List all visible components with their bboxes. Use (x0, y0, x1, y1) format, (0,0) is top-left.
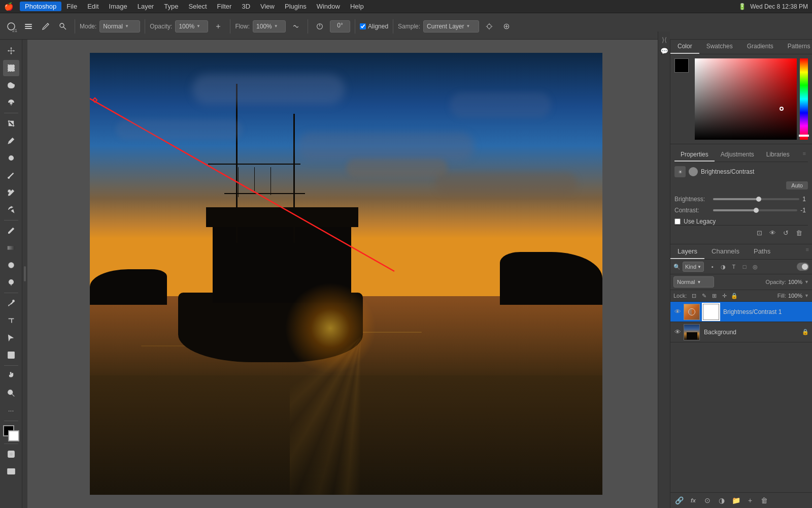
opacity-options-btn[interactable] (211, 19, 225, 34)
tab-adjustments[interactable]: Adjustments (715, 148, 760, 162)
heal-tool[interactable] (3, 150, 19, 166)
layer-eye-brightness[interactable]: 👁 (673, 308, 682, 316)
menu-filter[interactable]: Filter (212, 2, 237, 11)
lock-transparent-icon[interactable]: ⊡ (690, 292, 698, 300)
tool-clone-btn[interactable] (56, 19, 70, 34)
marquee-tool[interactable] (3, 60, 19, 76)
color-swatches[interactable] (3, 425, 19, 441)
history-brush-tool[interactable] (3, 202, 19, 218)
lock-paint-icon[interactable]: ✎ (700, 292, 708, 300)
tool-move-btn[interactable]: 21 (4, 19, 18, 34)
layers-adj-icon[interactable]: ◑ (716, 495, 727, 506)
layer-item-background[interactable]: 👁 Background 🔒 (670, 322, 812, 342)
layers-mask-icon[interactable]: ⊙ (702, 495, 713, 506)
layers-add-icon[interactable]: + (745, 495, 756, 506)
angle-input[interactable]: 0° (330, 20, 350, 33)
screen-mode-btn[interactable] (3, 463, 19, 480)
mode-dropdown[interactable]: Normal ▼ (99, 20, 140, 33)
prop-delete-icon[interactable]: 🗑 (794, 228, 804, 238)
menu-image[interactable]: Image (104, 2, 132, 11)
layers-panel-menu[interactable]: ≡ (803, 244, 812, 259)
tool-brush-btn[interactable] (39, 19, 53, 34)
path-select-tool[interactable] (3, 330, 19, 346)
extra-btn[interactable] (499, 19, 514, 34)
menu-3d[interactable]: 3D (236, 2, 255, 11)
flow-options-btn[interactable] (289, 19, 303, 34)
menu-layer[interactable]: Layer (132, 2, 159, 11)
layers-fx-icon[interactable]: fx (688, 495, 699, 506)
prop-clip-icon[interactable]: ⊡ (754, 228, 764, 238)
brightness-slider[interactable] (713, 198, 799, 200)
move-tool[interactable] (3, 43, 19, 59)
flow-dropdown[interactable]: 100% ▼ (253, 20, 286, 33)
auto-button[interactable]: Auto (786, 181, 808, 189)
brush-tool[interactable] (3, 167, 19, 183)
menu-window[interactable]: Window (312, 2, 345, 11)
menu-help[interactable]: Help (345, 2, 369, 11)
lock-all-icon[interactable]: 🔒 (730, 292, 738, 300)
menu-file[interactable]: File (61, 2, 82, 11)
tab-paths[interactable]: Paths (747, 244, 777, 259)
quick-select-tool[interactable] (3, 94, 19, 111)
sample-options-btn[interactable] (482, 19, 496, 34)
tab-color[interactable]: Color (670, 40, 699, 54)
layers-link-icon[interactable]: 🔗 (673, 495, 685, 506)
clone-stamp-tool[interactable] (3, 184, 19, 201)
properties-panel-menu[interactable]: ≡ (801, 148, 808, 162)
more-tools[interactable]: ··· (3, 402, 19, 419)
contrast-slider[interactable] (713, 209, 797, 211)
angle-icon[interactable] (313, 19, 327, 34)
eraser-tool[interactable] (3, 223, 19, 239)
crop-tool[interactable] (3, 115, 19, 132)
shape-tool[interactable] (3, 347, 19, 363)
hand-tool[interactable] (3, 368, 19, 384)
aligned-checkbox[interactable] (360, 23, 366, 29)
opacity-value[interactable]: 100% (788, 279, 802, 285)
prop-eye-icon[interactable]: 👁 (767, 228, 777, 238)
blend-mode-dropdown[interactable]: Normal ▼ (673, 276, 714, 288)
layers-delete-icon[interactable]: 🗑 (759, 495, 770, 506)
sample-dropdown[interactable]: Current Layer ▼ (423, 20, 479, 33)
menu-select[interactable]: Select (183, 2, 212, 11)
aligned-checkbox-label[interactable]: Aligned (360, 23, 388, 30)
blur-tool[interactable] (3, 257, 19, 273)
pen-tool[interactable] (3, 295, 19, 311)
filter-toggle[interactable] (797, 263, 809, 271)
use-legacy-checkbox[interactable] (674, 218, 681, 225)
tab-swatches[interactable]: Swatches (699, 40, 740, 54)
layer-item-brightness[interactable]: 👁 Brightness/Contrast 1 (670, 302, 812, 322)
prop-reset-icon[interactable]: ↺ (781, 228, 791, 238)
menu-view[interactable]: View (255, 2, 280, 11)
gradient-tool[interactable] (3, 240, 19, 256)
layer-eye-background[interactable]: 👁 (673, 328, 682, 336)
color-sample[interactable] (674, 58, 689, 73)
menu-type[interactable]: Type (159, 2, 183, 11)
background-color[interactable] (8, 430, 19, 441)
filter-smart-icon[interactable]: ◎ (751, 262, 760, 271)
color-gradient-container[interactable] (695, 58, 797, 140)
apple-icon[interactable]: 🍎 (4, 2, 14, 11)
hue-strip[interactable] (800, 58, 808, 140)
layers-group-icon[interactable]: 📁 (730, 495, 741, 506)
filter-type-icon[interactable]: T (729, 262, 738, 271)
lock-position-icon[interactable]: ✛ (720, 292, 728, 300)
menu-plugins[interactable]: Plugins (280, 2, 312, 11)
filter-shape-icon[interactable]: □ (740, 262, 749, 271)
canvas[interactable] (90, 53, 602, 495)
menu-photoshop[interactable]: Photoshop (20, 2, 61, 11)
left-collapse-handle[interactable] (22, 40, 27, 508)
contrast-thumb[interactable] (754, 208, 759, 213)
tab-patterns[interactable]: Patterns (781, 40, 812, 54)
filter-adjust-icon[interactable]: ◑ (719, 262, 728, 271)
canvas-area[interactable] (22, 40, 670, 508)
menu-edit[interactable]: Edit (82, 2, 104, 11)
filter-kind-dropdown[interactable]: Kind ▼ (683, 262, 704, 272)
fill-value[interactable]: 100% (788, 293, 802, 299)
tab-channels[interactable]: Channels (704, 244, 747, 259)
tab-properties[interactable]: Properties (674, 148, 715, 162)
filter-pixel-icon[interactable]: ▪ (708, 262, 717, 271)
tool-options-btn[interactable] (21, 19, 36, 34)
eyedropper-tool[interactable] (3, 133, 19, 149)
lock-artboard-icon[interactable]: ⊞ (710, 292, 718, 300)
tab-libraries[interactable]: Libraries (760, 148, 796, 162)
